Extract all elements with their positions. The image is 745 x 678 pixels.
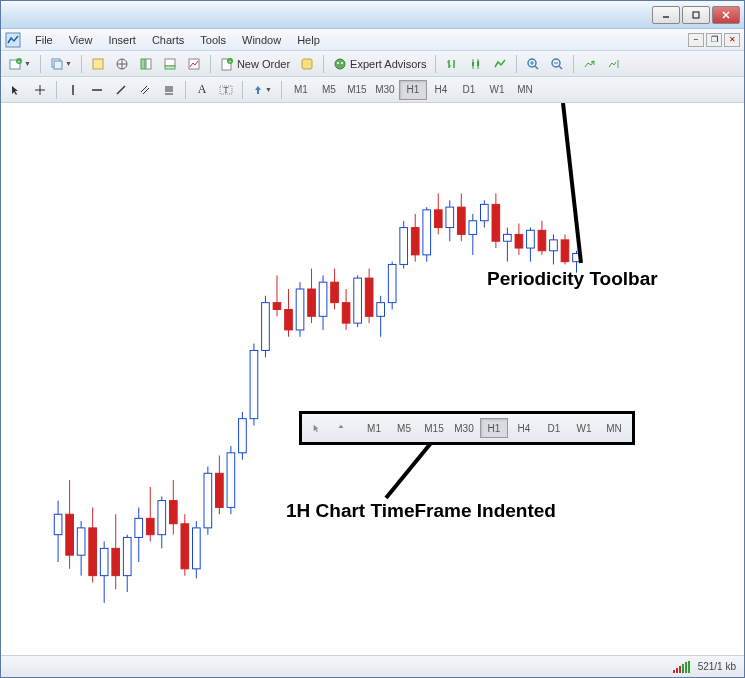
period-m5-button[interactable]: M5 — [390, 418, 418, 438]
data-window-button[interactable] — [111, 54, 133, 74]
svg-rect-108 — [354, 278, 362, 323]
text-label-button[interactable]: T — [215, 80, 237, 100]
svg-rect-33 — [477, 61, 479, 66]
metaeditor-button[interactable] — [296, 54, 318, 74]
period-d1-button[interactable]: D1 — [540, 418, 568, 438]
dropdown-arrow-icon: ▼ — [65, 60, 72, 67]
cursor-button[interactable] — [306, 418, 328, 438]
svg-rect-31 — [472, 62, 474, 66]
svg-rect-100 — [308, 289, 316, 316]
new-order-button[interactable]: + New Order — [216, 54, 294, 74]
market-watch-button[interactable] — [87, 54, 109, 74]
period-d1-button[interactable]: D1 — [455, 80, 483, 100]
svg-rect-92 — [262, 303, 270, 351]
svg-rect-60 — [77, 528, 85, 555]
svg-rect-74 — [158, 501, 166, 535]
period-m30-button[interactable]: M30 — [371, 80, 399, 100]
svg-rect-118 — [411, 228, 419, 255]
svg-rect-102 — [319, 282, 327, 316]
svg-rect-78 — [181, 524, 189, 569]
separator — [435, 55, 436, 73]
app-window: File View Insert Charts Tools Window Hel… — [0, 0, 745, 678]
svg-rect-76 — [169, 501, 177, 524]
separator — [40, 55, 41, 73]
vertical-line-button[interactable] — [62, 80, 84, 100]
svg-rect-140 — [538, 230, 546, 250]
period-h1-button[interactable]: H1 — [480, 418, 508, 438]
period-w1-button[interactable]: W1 — [483, 80, 511, 100]
menu-tools[interactable]: Tools — [192, 32, 234, 48]
period-m1-button[interactable]: M1 — [287, 80, 315, 100]
period-m15-button[interactable]: M15 — [420, 418, 448, 438]
mdi-restore-button[interactable]: ❐ — [706, 33, 722, 47]
terminal-button[interactable] — [159, 54, 181, 74]
zoom-out-button[interactable] — [546, 54, 568, 74]
svg-rect-128 — [469, 221, 477, 235]
period-m1-button[interactable]: M1 — [360, 418, 388, 438]
expert-advisors-button[interactable]: Expert Advisors — [329, 54, 430, 74]
svg-rect-136 — [515, 234, 523, 248]
period-mn-button[interactable]: MN — [600, 418, 628, 438]
separator — [81, 55, 82, 73]
menu-view[interactable]: View — [61, 32, 101, 48]
new-order-label: New Order — [237, 58, 290, 70]
period-m5-button[interactable]: M5 — [315, 80, 343, 100]
svg-rect-114 — [388, 264, 396, 302]
svg-rect-124 — [446, 207, 454, 227]
period-m15-button[interactable]: M15 — [343, 80, 371, 100]
auto-scroll-button[interactable] — [579, 54, 601, 74]
separator — [281, 81, 282, 99]
menu-window[interactable]: Window — [234, 32, 289, 48]
period-w1-button[interactable]: W1 — [570, 418, 598, 438]
svg-rect-94 — [273, 303, 281, 310]
trendline-button[interactable] — [110, 80, 132, 100]
zoom-in-button[interactable] — [522, 54, 544, 74]
candlestick-chart-button[interactable] — [465, 54, 487, 74]
period-mn-button[interactable]: MN — [511, 80, 539, 100]
mdi-minimize-button[interactable]: − — [688, 33, 704, 47]
bar-chart-button[interactable] — [441, 54, 463, 74]
menu-help[interactable]: Help — [289, 32, 328, 48]
arrows-button[interactable] — [330, 418, 352, 438]
chart-shift-button[interactable] — [603, 54, 625, 74]
toolbar-standard: + ▼ ▼ + New Order — [1, 51, 744, 77]
svg-point-25 — [341, 62, 343, 64]
strategy-tester-button[interactable] — [183, 54, 205, 74]
chart-area[interactable]: Periodicity Toolbar M1 M5 M15 M30 H1 H4 … — [1, 103, 744, 655]
crosshair-button[interactable] — [29, 80, 51, 100]
profiles-button[interactable]: ▼ — [46, 54, 76, 74]
menu-charts[interactable]: Charts — [144, 32, 192, 48]
svg-line-46 — [117, 86, 125, 94]
menu-insert[interactable]: Insert — [100, 32, 144, 48]
text-button[interactable]: A — [191, 80, 213, 100]
period-h1-button[interactable]: H1 — [399, 80, 427, 100]
arrows-button[interactable]: ▼ — [248, 80, 276, 100]
period-m30-button[interactable]: M30 — [450, 418, 478, 438]
period-h4-button[interactable]: H4 — [427, 80, 455, 100]
svg-rect-126 — [457, 207, 465, 234]
separator — [210, 55, 211, 73]
horizontal-line-button[interactable] — [86, 80, 108, 100]
separator — [185, 81, 186, 99]
maximize-button[interactable] — [682, 6, 710, 24]
close-button[interactable] — [712, 6, 740, 24]
navigator-button[interactable] — [135, 54, 157, 74]
connection-indicator-icon — [673, 661, 690, 673]
new-chart-button[interactable]: + ▼ — [5, 54, 35, 74]
cursor-button[interactable] — [5, 80, 27, 100]
menu-file[interactable]: File — [27, 32, 61, 48]
svg-rect-14 — [141, 59, 145, 69]
svg-rect-17 — [165, 66, 175, 69]
separator — [573, 55, 574, 73]
svg-rect-64 — [100, 548, 108, 575]
svg-rect-70 — [135, 518, 143, 537]
separator — [56, 81, 57, 99]
fibonacci-button[interactable] — [158, 80, 180, 100]
period-h4-button[interactable]: H4 — [510, 418, 538, 438]
svg-point-24 — [337, 62, 339, 64]
toolbar-line-studies: A T ▼ M1 M5 M15 M30 H1 H4 D1 W1 MN — [1, 77, 744, 103]
minimize-button[interactable] — [652, 6, 680, 24]
mdi-close-button[interactable]: ✕ — [724, 33, 740, 47]
equidistant-channel-button[interactable] — [134, 80, 156, 100]
line-chart-button[interactable] — [489, 54, 511, 74]
